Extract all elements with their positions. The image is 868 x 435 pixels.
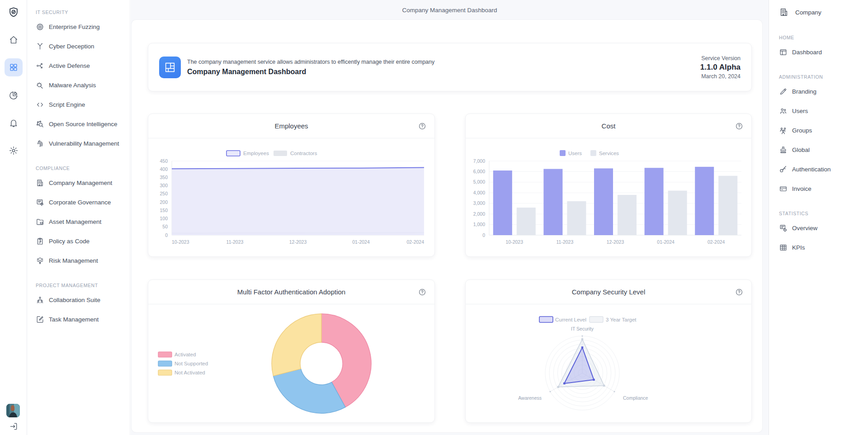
svg-text:Compliance: Compliance <box>623 395 648 401</box>
svg-text:3 Year Target: 3 Year Target <box>606 317 637 322</box>
nav-item-label: Risk Management <box>49 257 98 264</box>
svg-text:Services: Services <box>599 151 619 156</box>
help-icon[interactable] <box>735 122 743 130</box>
nav-item-label: Company Management <box>49 180 112 186</box>
rightnav-item-kpis[interactable]: KPIs <box>779 238 868 257</box>
sidebar-item-cyber-deception[interactable]: Cyber Deception <box>36 37 130 56</box>
svg-text:11-2023: 11-2023 <box>557 239 574 245</box>
analytics-nav-button[interactable] <box>9 90 19 100</box>
page-title: Company Management Dashboard <box>131 0 769 20</box>
nav-item-label: Collaboration Suite <box>49 297 100 303</box>
rightnav-item-authentication[interactable]: Authentication <box>779 160 868 179</box>
svg-text:100: 100 <box>160 216 168 221</box>
sidebar-item-active-defense[interactable]: Active Defense <box>36 56 130 76</box>
home-icon <box>9 35 19 45</box>
list-gear-icon <box>36 198 44 207</box>
settings-nav-button[interactable] <box>9 146 19 156</box>
svg-text:250: 250 <box>160 191 168 196</box>
sidebar-item-task-management[interactable]: Task Management <box>36 310 130 329</box>
svg-text:Not Activated: Not Activated <box>175 370 205 375</box>
rightnav-item-branding[interactable]: Branding <box>779 82 868 101</box>
layers-icon <box>36 256 44 265</box>
rightnav-item-dashboard[interactable]: Dashboard <box>779 43 868 62</box>
sidebar-item-risk-management[interactable]: Risk Management <box>36 251 130 270</box>
donut-segment-not-activated <box>272 314 321 376</box>
svg-text:300: 300 <box>160 183 168 188</box>
rightnav-section-administration: ADMINISTRATION <box>779 72 868 82</box>
dashboard-nav-button[interactable] <box>5 58 23 76</box>
app-logo[interactable] <box>7 6 19 19</box>
org-people-icon <box>36 296 44 304</box>
calculator-icon <box>779 224 788 232</box>
user-avatar[interactable] <box>6 404 20 417</box>
app-window: IT SECURITYEnterprise FuzzingCyber Decep… <box>0 0 868 435</box>
sidebar-item-vulnerability-management[interactable]: Vulnerability Management <box>36 134 130 153</box>
svg-text:7,000: 7,000 <box>473 158 485 164</box>
logout-button[interactable] <box>9 422 18 431</box>
sidebar-item-enterprise-fuzzing[interactable]: Enterprise Fuzzing <box>36 17 130 37</box>
nav-item-label: Global <box>792 147 810 153</box>
rightnav-item-invoice[interactable]: Invoice <box>779 179 868 199</box>
nav-item-label: Vulnerability Management <box>49 140 119 147</box>
help-icon <box>418 122 426 130</box>
rightnav-item-overview[interactable]: Overview <box>779 218 868 238</box>
cost-chart-card: CostUsersServices7,0006,0005,0004,0003,0… <box>465 113 752 257</box>
sidebar-item-policy-as-code[interactable]: Policy as Code <box>36 232 130 251</box>
svg-text:10-2023: 10-2023 <box>506 239 524 245</box>
sidebar-item-collaboration-suite[interactable]: Collaboration Suite <box>36 290 130 310</box>
nav-item-label: Corporate Governance <box>49 199 111 206</box>
notifications-nav-button[interactable] <box>9 118 19 128</box>
help-icon[interactable] <box>418 122 426 130</box>
home-nav-button[interactable] <box>9 35 19 45</box>
nav-item-label: Enterprise Fuzzing <box>49 24 100 30</box>
svg-text:1,000: 1,000 <box>473 222 485 227</box>
version-value: 1.1.0 Alpha <box>700 63 741 72</box>
sidebar-item-open-source-intelligence[interactable]: Open Source Intelligence <box>36 114 130 134</box>
nav-item-label: KPIs <box>792 244 805 251</box>
svg-text:200: 200 <box>160 199 168 205</box>
company-selector[interactable]: Company <box>779 6 868 18</box>
help-icon[interactable] <box>418 288 426 296</box>
sidebar-item-asset-management[interactable]: Asset Management <box>36 212 130 232</box>
sidebar-item-malware-analysis[interactable]: Malware Analysis <box>36 76 130 95</box>
help-icon <box>735 122 743 130</box>
groups-icon <box>779 126 788 135</box>
help-icon <box>418 288 426 296</box>
security-chart-title: Company Security Level <box>572 288 646 296</box>
bug-search-icon <box>36 81 44 90</box>
company-label: Company <box>795 9 821 16</box>
rightnav-item-global[interactable]: Global <box>779 140 868 160</box>
nav-item-label: Task Management <box>49 316 99 323</box>
sidebar-item-corporate-governance[interactable]: Corporate Governance <box>36 193 130 212</box>
sidebar-item-company-management[interactable]: Company Management <box>36 173 130 193</box>
svg-text:Contractors: Contractors <box>290 151 317 156</box>
svg-text:01-2024: 01-2024 <box>352 239 370 245</box>
dashboard-layout-icon <box>159 57 181 78</box>
shield-check-icon <box>7 6 19 19</box>
svg-text:0: 0 <box>165 232 168 238</box>
donut-segment-not-supported <box>273 369 345 413</box>
building-icon <box>36 179 44 187</box>
svg-text:10-2023: 10-2023 <box>172 239 189 245</box>
content-sheet: The company management service allows ad… <box>132 20 762 432</box>
users-icon <box>779 107 788 115</box>
building-icon <box>779 7 789 17</box>
help-icon[interactable] <box>735 288 743 296</box>
rightnav-item-groups[interactable]: Groups <box>779 121 868 140</box>
nav-item-label: Groups <box>792 127 812 134</box>
service-title: Company Management Dashboard <box>187 68 434 76</box>
version-label: Service Version <box>700 55 741 61</box>
nav-item-label: Active Defense <box>49 62 90 69</box>
bell-icon <box>9 118 19 128</box>
svg-text:5,000: 5,000 <box>473 179 485 184</box>
rightnav-item-users[interactable]: Users <box>779 101 868 121</box>
nav-item-label: Invoice <box>792 185 811 192</box>
service-description: The company management service allows ad… <box>187 59 434 65</box>
cost-chart-plot: UsersServices7,0006,0005,0004,0003,0002,… <box>466 138 751 256</box>
icon-rail <box>0 0 27 435</box>
table-icon <box>779 243 788 252</box>
employees-chart-title: Employees <box>274 122 308 130</box>
svg-text:6,000: 6,000 <box>473 169 485 174</box>
sidebar-item-script-engine[interactable]: Script Engine <box>36 95 130 114</box>
clipboard-icon <box>36 237 44 246</box>
